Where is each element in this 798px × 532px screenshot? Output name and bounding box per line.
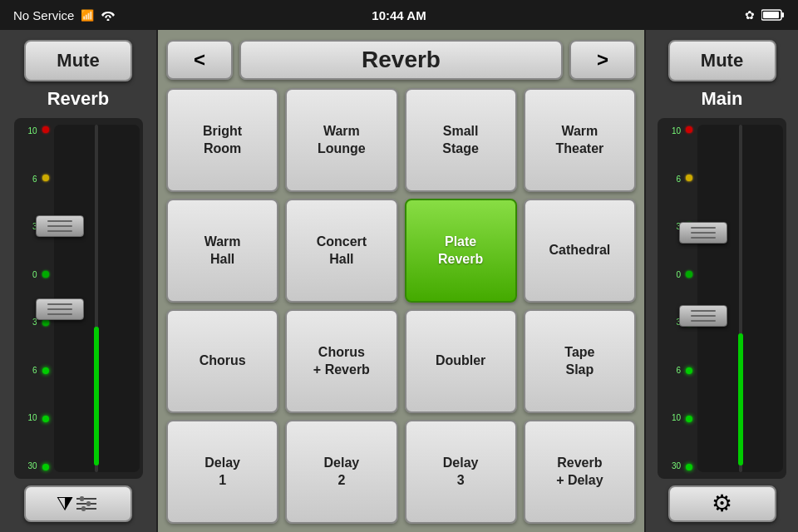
svg-rect-9 <box>81 506 86 511</box>
preset-small-stage[interactable]: SmallStage <box>405 88 517 192</box>
preset-reverb-delay[interactable]: Reverb+ Delay <box>524 420 636 524</box>
svg-rect-2 <box>781 12 784 17</box>
fader-label-10t: 10 <box>17 126 41 135</box>
fader-line-5 <box>47 308 72 310</box>
led-red <box>42 126 49 133</box>
fader-line-6 <box>47 313 72 315</box>
svg-rect-3 <box>763 12 779 18</box>
fader-label-30: 30 <box>17 461 41 470</box>
rfader-lines-2 <box>691 310 716 322</box>
led-green-3 <box>42 319 49 326</box>
preset-bright-room[interactable]: BrightRoom <box>166 88 278 192</box>
right-fader-track[interactable] <box>697 125 783 472</box>
status-right: ✿ <box>745 8 785 22</box>
nav-next-button[interactable]: > <box>569 40 636 80</box>
left-fader-thumb-lower[interactable] <box>36 298 84 320</box>
nav-title: Reverb <box>239 40 563 80</box>
center-panel: < Reverb > BrightRoom WarmLounge SmallSt… <box>158 30 644 532</box>
battery-icon <box>761 9 785 21</box>
eq-button[interactable]: ⧩ <box>24 485 132 522</box>
preset-delay-2[interactable]: Delay2 <box>285 420 397 524</box>
preset-concert-hall[interactable]: ConcertHall <box>285 199 397 303</box>
fader-label-0: 0 <box>17 270 41 279</box>
rled-green-6 <box>686 464 692 470</box>
fader-label-10b: 10 <box>17 413 41 422</box>
left-mute-button[interactable]: Mute <box>24 40 132 81</box>
led-green-6 <box>42 464 49 470</box>
led-yellow <box>42 175 49 181</box>
rfader-label-30: 30 <box>661 461 684 470</box>
right-fader-container: 10 6 3 0 3 6 10 30 <box>658 118 786 479</box>
right-fader-thumb-upper[interactable] <box>679 222 727 244</box>
fader-lines <box>47 220 72 232</box>
rfader-label-6t: 6 <box>661 175 684 184</box>
bluetooth-icon: ✿ <box>745 8 755 22</box>
preset-chorus[interactable]: Chorus <box>166 309 278 413</box>
preset-cathedral[interactable]: Cathedral <box>524 199 636 303</box>
right-panel-label: Main <box>701 88 742 110</box>
preset-tape-slap[interactable]: TapeSlap <box>524 309 636 413</box>
fader-line-1 <box>47 220 72 222</box>
center-nav: < Reverb > <box>166 38 636 81</box>
preset-warm-theater[interactable]: WarmTheater <box>524 88 636 192</box>
preset-row-2: WarmHall ConcertHall PlateReverb Cathedr… <box>166 199 636 303</box>
preset-row-4: Delay1 Delay2 Delay3 Reverb+ Delay <box>166 420 636 524</box>
rled-red <box>686 126 692 133</box>
status-left: No Service ️📶 <box>13 8 116 22</box>
rfader-line-2 <box>691 232 716 234</box>
right-fader-labels: 10 6 3 0 3 6 10 30 <box>661 125 684 472</box>
left-fader-track-area <box>41 125 140 472</box>
preset-warm-hall[interactable]: WarmHall <box>166 199 278 303</box>
left-panel: Mute Reverb 10 6 3 0 3 6 10 30 <box>0 30 158 532</box>
rfader-line-6 <box>691 320 716 322</box>
preset-row-3: Chorus Chorus+ Reverb Doubler TapeSlap <box>166 309 636 413</box>
left-green-bar <box>94 327 99 466</box>
gear-icon: ⚙ <box>712 492 732 515</box>
svg-point-0 <box>107 19 110 22</box>
preset-plate-reverb[interactable]: PlateReverb <box>405 199 517 303</box>
rfader-label-6b: 6 <box>661 366 684 375</box>
left-panel-label: Reverb <box>47 88 110 110</box>
right-fader-thumb-lower[interactable] <box>679 305 727 327</box>
preset-doubler[interactable]: Doubler <box>405 309 517 413</box>
rled-green-5 <box>686 416 692 422</box>
fader-lines-2 <box>47 303 72 315</box>
wifi-icon: ️📶 <box>81 9 94 22</box>
rled-yellow <box>686 175 692 181</box>
status-bar: No Service ️📶 10:44 AM ✿ <box>0 0 798 30</box>
led-green-4 <box>42 367 49 374</box>
preset-chorus-reverb[interactable]: Chorus+ Reverb <box>285 309 397 413</box>
fader-line-2 <box>47 225 72 227</box>
right-fader-track-area <box>684 125 783 472</box>
rled-green-4 <box>686 367 692 374</box>
led-green-2 <box>42 271 49 278</box>
svg-rect-7 <box>80 496 84 501</box>
left-fader-track[interactable] <box>54 125 140 472</box>
right-mute-button[interactable]: Mute <box>668 40 776 81</box>
left-fader-thumb-upper[interactable] <box>36 215 84 237</box>
preset-row-1: BrightRoom WarmLounge SmallStage WarmThe… <box>166 88 636 192</box>
rfader-label-10b: 10 <box>661 413 684 422</box>
gear-button[interactable]: ⚙ <box>668 485 776 522</box>
fader-line-4 <box>47 303 72 305</box>
rfader-line-4 <box>691 310 716 312</box>
eq-icon: ⧩ <box>57 492 73 515</box>
rfader-lines <box>691 227 716 239</box>
right-panel: Mute Main 10 6 3 0 3 6 10 30 <box>644 30 798 532</box>
rfader-line-1 <box>691 227 716 229</box>
rled-green-2 <box>686 271 692 278</box>
eq-sliders-icon <box>73 494 100 514</box>
rfader-label-0: 0 <box>661 270 684 279</box>
rfader-line-5 <box>691 315 716 317</box>
status-time: 10:44 AM <box>372 8 426 22</box>
preset-delay-3[interactable]: Delay3 <box>405 420 517 524</box>
left-fader-container: 10 6 3 0 3 6 10 30 <box>14 118 143 479</box>
fader-line-3 <box>47 230 72 232</box>
preset-grid: BrightRoom WarmLounge SmallStage WarmThe… <box>166 88 636 524</box>
nav-prev-button[interactable]: < <box>166 40 233 80</box>
preset-warm-lounge[interactable]: WarmLounge <box>285 88 397 192</box>
led-green-5 <box>42 416 49 422</box>
preset-delay-1[interactable]: Delay1 <box>166 420 278 524</box>
right-green-bar <box>738 333 743 466</box>
rfader-line-3 <box>691 237 716 239</box>
